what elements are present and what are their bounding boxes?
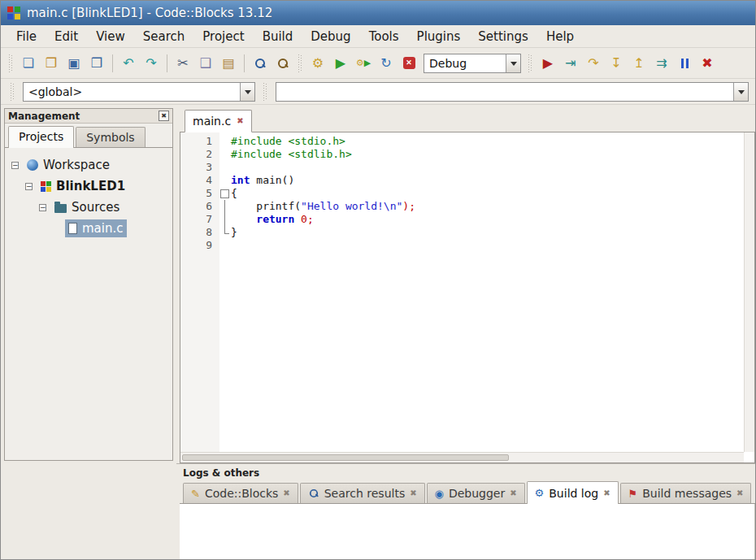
editor-tab-close-icon[interactable]: ✖	[237, 117, 243, 125]
collapse-icon[interactable]: −	[39, 204, 46, 211]
scrollbar-thumb[interactable]	[182, 454, 509, 461]
tab-projects[interactable]: Projects	[8, 126, 74, 148]
save-file-button[interactable]: ▣	[63, 53, 85, 74]
build-target-select[interactable]: Debug	[424, 54, 521, 73]
code-editor[interactable]: 1#include <stdio.h>2#include <stdlib.h>3…	[180, 132, 755, 463]
menu-settings[interactable]: Settings	[469, 26, 537, 47]
code-line-4: 4int main()	[180, 174, 754, 187]
tree-node-blinkled1[interactable]: −BlinkLED1	[7, 176, 171, 197]
tree-node-sources[interactable]: −Sources	[7, 197, 171, 218]
menu-view[interactable]: View	[87, 26, 134, 47]
save-all-files-button[interactable]: ❒	[86, 53, 107, 74]
abort-build-button[interactable]	[398, 53, 419, 74]
menu-help[interactable]: Help	[537, 26, 583, 47]
step-out-button[interactable]: ↥	[628, 53, 650, 74]
menu-tools[interactable]: Tools	[360, 26, 408, 47]
toolbar-grip[interactable]	[298, 54, 302, 72]
menu-file[interactable]: File	[7, 26, 46, 47]
code-line-9: 9	[180, 239, 754, 252]
code-lines: 1#include <stdio.h>2#include <stdlib.h>3…	[180, 132, 754, 252]
toolbar-grip[interactable]	[263, 83, 267, 101]
toolbar-grip[interactable]	[528, 54, 532, 72]
paste-button[interactable]: ▤	[218, 53, 239, 74]
title-bar[interactable]: main.c [BlinkLED1] - Code::Blocks 13.12	[1, 1, 755, 25]
editor-zone: main.c ✖ 1#include <stdio.h>2#include <s…	[176, 105, 755, 463]
fold-marker-icon	[219, 213, 231, 226]
line-number: 8	[180, 226, 219, 239]
build-and-run-button[interactable]: ⚙▶	[353, 53, 374, 74]
new-file-icon: ❏	[23, 57, 34, 70]
next-instruction-icon: ⇉	[656, 57, 667, 70]
code-text: #include <stdlib.h>	[231, 148, 352, 161]
editor-tab-bar: main.c ✖	[180, 110, 755, 132]
code-text: #include <stdio.h>	[231, 135, 345, 148]
logs-tab-code-blocks[interactable]: ✎Code::Blocks✖	[183, 483, 298, 503]
break-debugger-icon	[680, 58, 689, 68]
next-instruction-button[interactable]: ⇉	[651, 53, 672, 74]
stop-debugger-button[interactable]: ✖	[697, 53, 718, 74]
save-all-files-icon: ❒	[91, 57, 102, 70]
close-tab-icon[interactable]: ✖	[283, 489, 289, 497]
management-close-button[interactable]: ✖	[159, 111, 169, 121]
find-in-files-button[interactable]	[272, 53, 293, 74]
close-tab-icon[interactable]: ✖	[410, 489, 416, 497]
menu-bar: FileEditViewSearchProjectBuildDebugTools…	[1, 25, 755, 48]
editor-horizontal-scrollbar[interactable]	[180, 452, 744, 462]
menu-debug[interactable]: Debug	[302, 26, 359, 47]
run-to-cursor-button[interactable]: ⇥	[560, 53, 581, 74]
next-line-button[interactable]: ↷	[583, 53, 604, 74]
tree-node-label: Sources	[72, 200, 119, 215]
close-tab-icon[interactable]: ✖	[510, 489, 516, 497]
collapse-icon[interactable]: −	[11, 162, 19, 169]
logs-tab-debugger[interactable]: ◉Debugger✖	[427, 483, 525, 503]
find-in-files-icon	[277, 58, 289, 69]
menu-plugins[interactable]: Plugins	[408, 26, 470, 47]
rebuild-button[interactable]: ↻	[376, 53, 397, 74]
symbol-dropdown-arrow-icon[interactable]	[733, 83, 748, 101]
logs-tab-build-messages[interactable]: ⚑Build messages✖	[620, 483, 752, 503]
copy-button[interactable]: ❑	[195, 53, 216, 74]
line-number: 1	[180, 135, 219, 148]
close-tab-icon[interactable]: ✖	[736, 489, 743, 497]
toolbar-grip[interactable]	[11, 83, 15, 101]
logs-tab-label: Code::Blocks	[205, 487, 278, 500]
fold-marker-icon[interactable]: −	[219, 187, 231, 200]
close-tab-icon[interactable]: ✖	[603, 489, 610, 497]
toolbar-grip[interactable]	[9, 54, 13, 72]
run-button[interactable]: ▶	[330, 53, 351, 74]
collapse-icon[interactable]: −	[25, 183, 33, 190]
build-target-dropdown-arrow-icon[interactable]	[506, 54, 520, 72]
find-button[interactable]	[250, 53, 271, 74]
cut-button[interactable]: ✂	[172, 53, 193, 74]
line-number: 5	[180, 187, 219, 200]
tree-node-main-c[interactable]: main.c	[7, 218, 171, 239]
scope-dropdown-arrow-icon[interactable]	[240, 83, 254, 101]
logs-tab-search-results[interactable]: Search results✖	[300, 483, 425, 503]
build-button[interactable]: ⚙	[307, 53, 328, 74]
scope-select[interactable]: <global>	[23, 82, 255, 102]
tab-symbols[interactable]: Symbols	[76, 127, 145, 147]
logs-tab-bar: ✎Code::Blocks✖Search results✖◉Debugger✖⚙…	[180, 481, 755, 504]
redo-button[interactable]: ↷	[141, 53, 162, 74]
menu-project[interactable]: Project	[193, 26, 253, 47]
menu-build[interactable]: Build	[254, 26, 302, 47]
step-into-button[interactable]: ↧	[606, 53, 627, 74]
break-debugger-button[interactable]	[674, 53, 695, 74]
menu-edit[interactable]: Edit	[46, 26, 87, 47]
main-area: Management ✖ ProjectsSymbols −Workspace−…	[1, 105, 755, 559]
build-messages-icon: ⚑	[628, 488, 638, 499]
symbol-select[interactable]	[276, 82, 749, 102]
editor-tab-main-c[interactable]: main.c ✖	[185, 110, 252, 132]
open-file-button[interactable]: ❐	[41, 53, 62, 74]
tree-node-workspace[interactable]: −Workspace	[7, 154, 171, 176]
line-number: 3	[180, 161, 219, 174]
editor-vertical-scrollbar[interactable]	[744, 132, 754, 452]
new-file-button[interactable]: ❏	[18, 53, 39, 74]
next-line-icon: ↷	[588, 57, 598, 70]
build-icon: ⚙	[312, 57, 324, 70]
undo-button[interactable]: ↶	[118, 53, 139, 74]
logs-tab-build-log[interactable]: ⚙Build log✖	[527, 481, 619, 504]
logs-tab-label: Debugger	[449, 487, 505, 500]
menu-search[interactable]: Search	[134, 26, 194, 47]
debug-continue-button[interactable]: ▶	[537, 53, 558, 74]
